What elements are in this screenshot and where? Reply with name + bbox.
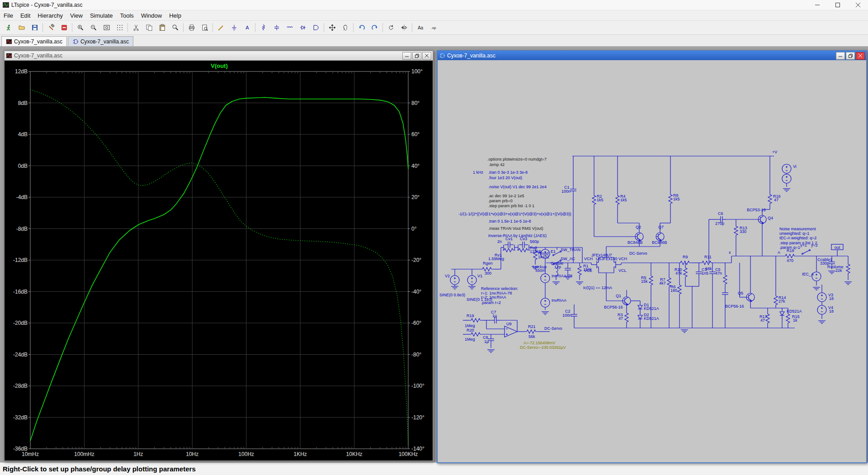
plot-close-button[interactable]: [422, 52, 431, 60]
menu-tools[interactable]: Tools: [117, 11, 137, 20]
save-button[interactable]: [28, 22, 41, 34]
component-icon: [312, 24, 320, 31]
halt-button[interactable]: [58, 22, 70, 34]
plot-window-titlebar[interactable]: Сухов-7_vanilla.asc: [5, 51, 433, 61]
schematic-texts[interactable]: .options plotwinsize=0 numdgt=7.temp 421…: [439, 150, 844, 350]
zoom-full-button[interactable]: [100, 22, 113, 34]
menu-window[interactable]: Window: [137, 11, 165, 20]
x-axis-label: 10mHz: [22, 451, 39, 457]
svg-text:V1: V1: [477, 274, 482, 278]
svg-text:1k: 1k: [793, 318, 797, 323]
redo-button[interactable]: [368, 22, 381, 34]
drag-button[interactable]: [339, 22, 351, 34]
plot-window[interactable]: Сухов-7_vanilla.asc 12dB8dB4dB0dB-4dB-8d…: [4, 50, 434, 461]
plot-canvas[interactable]: 12dB8dB4dB0dB-4dB-8dB-12dB-16dB-20dB-24d…: [5, 61, 432, 460]
svg-text:unweighted: q=1: unweighted: q=1: [779, 231, 809, 236]
maximize-button[interactable]: [827, 0, 848, 10]
schematic-canvas[interactable]: .options plotwinsize=0 numdgt=7.temp 421…: [438, 60, 864, 461]
svg-text:KD521A: KD521A: [644, 316, 659, 321]
menu-file[interactable]: File: [0, 11, 17, 20]
run-button[interactable]: [2, 22, 14, 34]
svg-text:.param q=1: .param q=1: [779, 245, 800, 250]
title-bar[interactable]: LTspice - Сухов-7_vanilla.asc: [0, 0, 868, 10]
plot-minimize-button[interactable]: [402, 52, 411, 60]
print-button[interactable]: [185, 22, 198, 34]
svg-text:47k: 47k: [675, 271, 682, 276]
control-panel-button[interactable]: [45, 22, 57, 34]
svg-text:out: out: [835, 245, 840, 250]
minimize-button[interactable]: [807, 0, 827, 10]
svg-text:VCL: VCL: [618, 268, 627, 273]
menu-help[interactable]: Help: [165, 11, 185, 20]
capacitor-button[interactable]: [270, 22, 283, 34]
svg-text:270p: 270p: [715, 221, 724, 226]
close-button[interactable]: [848, 0, 868, 10]
svg-text:BC846B: BC846B: [652, 240, 667, 245]
menu-view[interactable]: View: [66, 11, 86, 20]
svg-text:.four 1e3 20 V(out): .four 1e3 20 V(out): [488, 176, 522, 180]
svg-text:47n: 47n: [715, 271, 722, 276]
menu-hierarchy[interactable]: Hierarchy: [34, 11, 66, 20]
svg-text:.op: .op: [431, 26, 436, 30]
menu-simulate[interactable]: Simulate: [86, 11, 117, 20]
svg-text:U6: U6: [596, 256, 601, 261]
pencil-icon: [217, 24, 225, 31]
plot-restore-button[interactable]: [412, 52, 421, 60]
ground-icon: [231, 24, 238, 31]
zoom-back-button[interactable]: [87, 22, 99, 34]
cut-button[interactable]: [130, 22, 142, 34]
schematic-minimize-button[interactable]: [836, 52, 845, 60]
y-right-label: 0°: [411, 226, 417, 232]
svg-text:.options plotwinsize=0 numdgt=: .options plotwinsize=0 numdgt=7: [487, 157, 547, 162]
zoom-area-button[interactable]: [74, 22, 86, 34]
ground-button[interactable]: [228, 22, 240, 34]
rotate-button[interactable]: [385, 22, 397, 34]
toolbar-separator: [353, 23, 354, 32]
schematic-close-button[interactable]: [856, 52, 865, 60]
resistor-button[interactable]: [257, 22, 269, 34]
tab-2[interactable]: Сухов-7_vanilla.asc: [68, 36, 133, 46]
schematic-window[interactable]: Сухов-7_vanilla.asc .options plotwinsize…: [437, 50, 867, 463]
diode-button[interactable]: [297, 22, 309, 34]
tab-label: Сухов-7_vanilla.asc: [80, 38, 129, 45]
y-right-label: -40°: [411, 289, 421, 295]
label-icon: A: [244, 24, 251, 31]
schematic-area[interactable]: .options plotwinsize=0 numdgt=7.temp 421…: [438, 60, 866, 462]
mdi-area: Сухов-7_vanilla.asc 12dB8dB4dB0dB-4dB-8d…: [0, 47, 868, 462]
mirror-button[interactable]: [398, 22, 410, 34]
svg-text:Ic(Q1) == 12mA: Ic(Q1) == 12mA: [583, 285, 612, 290]
diode-icon: [299, 24, 307, 31]
trace-label[interactable]: V(out): [211, 62, 228, 69]
svg-text:KD521A: KD521A: [787, 309, 802, 314]
svg-text:15k: 15k: [641, 279, 648, 284]
paste-button[interactable]: [156, 22, 168, 34]
tab-1[interactable]: Сухов-7_vanilla.asc: [1, 36, 67, 46]
svg-text:18: 18: [829, 296, 834, 301]
component-button[interactable]: [310, 22, 322, 34]
schematic-restore-button[interactable]: [846, 52, 855, 60]
undo-button[interactable]: [355, 22, 368, 34]
open-button[interactable]: [15, 22, 28, 34]
toolbar-separator: [324, 23, 324, 32]
move-button[interactable]: [326, 22, 338, 34]
svg-text:Q4: Q4: [768, 216, 773, 220]
menu-edit[interactable]: Edit: [17, 11, 34, 20]
undo-icon: [358, 24, 365, 31]
schematic-window-titlebar[interactable]: Сухов-7_vanilla.asc: [438, 51, 866, 60]
pencil-button[interactable]: [215, 22, 227, 34]
plot-window-buttons: [402, 52, 431, 60]
label-button[interactable]: A: [241, 22, 253, 34]
copy-button[interactable]: [143, 22, 155, 34]
window-title: LTspice - Сухов-7_vanilla.asc: [11, 2, 82, 8]
svg-text:.param r=2: .param r=2: [481, 300, 501, 305]
svg-text:18: 18: [829, 309, 834, 314]
toolbar-separator: [255, 23, 255, 32]
spice-directive-button[interactable]: .op: [427, 22, 439, 34]
plot-area[interactable]: 12dB8dB4dB0dB-4dB-8dB-12dB-16dB-20dB-24d…: [5, 61, 433, 461]
grid-button[interactable]: [113, 22, 126, 34]
print-preview-button[interactable]: [198, 22, 211, 34]
inductor-button[interactable]: [283, 22, 296, 34]
text-button[interactable]: Aa: [414, 22, 426, 34]
find-button[interactable]: [169, 22, 181, 34]
toolbar: AAa.op: [0, 21, 868, 35]
